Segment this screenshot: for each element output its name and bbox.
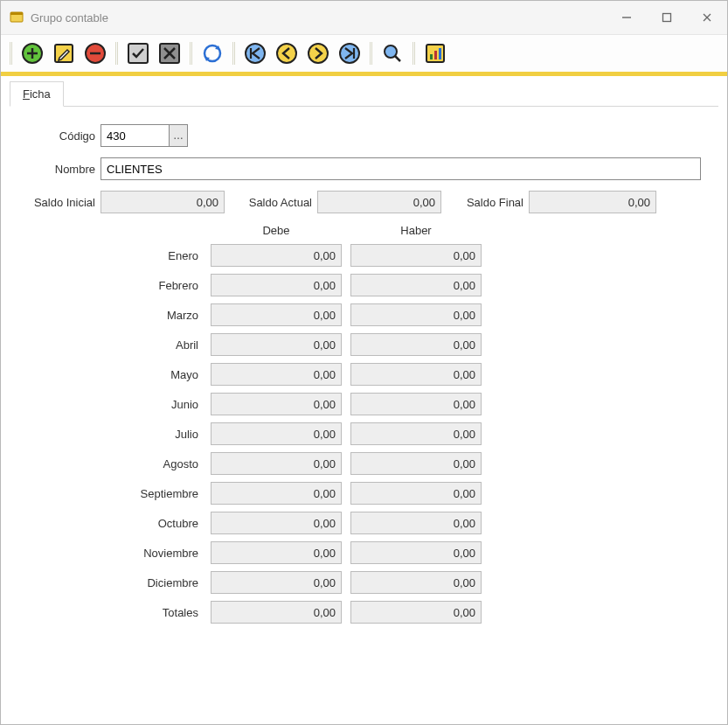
tabstrip: Ficha	[10, 81, 718, 107]
month-haber-field	[350, 333, 482, 356]
month-debe-field	[211, 452, 342, 475]
month-label: Diciembre	[106, 576, 202, 589]
toolbar-separator	[411, 42, 417, 65]
month-label: Abril	[106, 338, 202, 352]
label-saldo-actual: Saldo Actual	[233, 196, 317, 209]
month-haber-field	[350, 512, 482, 534]
month-debe-field	[211, 303, 342, 326]
tab-ficha-rest: icha	[30, 87, 51, 101]
month-grid: Debe Haber EneroFebreroMarzoAbrilMayoJun…	[106, 224, 701, 624]
month-debe-field	[211, 571, 342, 594]
month-label: Junio	[106, 398, 202, 411]
codigo-group: …	[101, 124, 188, 147]
month-haber-field	[350, 393, 482, 415]
svg-point-19	[309, 44, 328, 63]
svg-point-16	[246, 44, 265, 63]
svg-line-23	[395, 56, 400, 61]
search-button[interactable]	[379, 40, 406, 66]
refresh-button[interactable]	[199, 40, 225, 66]
month-label: Octubre	[106, 517, 202, 530]
month-label: Julio	[106, 428, 202, 441]
accept-button[interactable]	[125, 40, 151, 66]
month-debe-field	[211, 393, 342, 415]
saldo-inicial-field	[101, 191, 225, 213]
month-label: Enero	[106, 249, 202, 262]
month-haber-field	[350, 601, 482, 624]
month-haber-field	[350, 244, 482, 267]
maximize-button[interactable]	[647, 1, 687, 34]
toolbar-separator	[368, 42, 374, 65]
first-record-button[interactable]	[242, 40, 268, 66]
last-record-button[interactable]	[336, 40, 363, 66]
saldo-final-field	[529, 191, 656, 213]
delete-button[interactable]	[82, 40, 108, 66]
label-saldo-final: Saldo Final	[450, 196, 529, 209]
month-debe-field	[211, 244, 342, 267]
toolbar-separator	[188, 42, 194, 65]
month-debe-field	[211, 541, 342, 564]
month-debe-field	[211, 482, 342, 505]
nombre-input[interactable]	[101, 157, 701, 180]
accent-strip	[1, 72, 727, 76]
label-nombre: Nombre	[18, 163, 101, 176]
label-saldo-inicial: Saldo Inicial	[18, 196, 101, 209]
month-haber-field	[350, 571, 482, 594]
svg-point-18	[277, 44, 296, 63]
header-haber: Haber	[350, 224, 482, 237]
tab-ficha[interactable]: Ficha	[10, 81, 64, 107]
toolbar	[1, 34, 727, 76]
month-label: Septiembre	[106, 487, 202, 500]
svg-point-20	[340, 44, 359, 63]
svg-point-22	[385, 45, 397, 58]
month-haber-field	[350, 541, 482, 564]
titlebar: Grupo contable	[1, 1, 727, 34]
svg-rect-3	[663, 14, 671, 22]
window-title: Grupo contable	[31, 11, 108, 24]
next-record-button[interactable]	[305, 40, 331, 66]
month-label: Febrero	[106, 279, 202, 292]
month-haber-field	[350, 303, 482, 326]
month-debe-field	[211, 363, 342, 386]
month-haber-field	[350, 363, 482, 386]
month-debe-field	[211, 422, 342, 445]
chart-button[interactable]	[422, 40, 448, 66]
row-codigo: Código …	[18, 124, 701, 147]
month-label: Marzo	[106, 309, 202, 322]
codigo-lookup-button[interactable]: …	[169, 124, 188, 147]
month-label: Agosto	[106, 457, 202, 471]
month-haber-field	[350, 452, 482, 475]
codigo-input[interactable]	[101, 124, 169, 147]
month-label: Noviembre	[106, 547, 202, 560]
add-button[interactable]	[19, 40, 45, 66]
label-codigo: Código	[18, 129, 101, 143]
row-saldos: Saldo Inicial Saldo Actual Saldo Final	[18, 191, 701, 213]
month-label: Totales	[106, 606, 202, 619]
svg-rect-27	[439, 48, 441, 59]
app-icon	[10, 10, 24, 24]
svg-rect-25	[430, 54, 433, 59]
svg-rect-26	[434, 51, 437, 59]
edit-button[interactable]	[51, 40, 77, 66]
month-debe-field	[211, 512, 342, 534]
saldo-actual-field	[317, 191, 441, 213]
svg-rect-1	[10, 12, 23, 15]
cancel-button[interactable]	[156, 40, 183, 66]
month-debe-field	[211, 333, 342, 356]
month-haber-field	[350, 274, 482, 296]
month-label: Mayo	[106, 368, 202, 381]
month-haber-field	[350, 482, 482, 505]
month-haber-field	[350, 422, 482, 445]
header-debe: Debe	[211, 224, 342, 237]
row-nombre: Nombre	[18, 157, 701, 180]
toolbar-separator	[114, 42, 120, 65]
prev-record-button[interactable]	[274, 40, 300, 66]
tab-ficha-accel: F	[23, 87, 30, 101]
window: Grupo contable	[0, 0, 728, 725]
toolbar-separator	[231, 42, 237, 65]
minimize-button[interactable]	[607, 1, 647, 34]
month-debe-field	[211, 274, 342, 296]
form-area: Código … Nombre Saldo Inicial Saldo Actu…	[1, 107, 727, 632]
month-debe-field	[211, 601, 342, 624]
close-button[interactable]	[687, 1, 727, 34]
toolbar-separator	[8, 42, 14, 65]
